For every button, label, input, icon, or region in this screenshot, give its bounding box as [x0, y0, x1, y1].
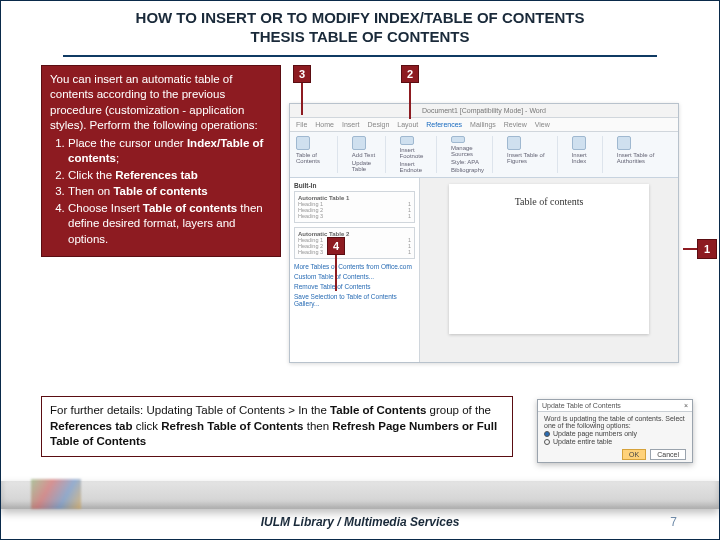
- slide-title: HOW TO INSERT OR TO MODIFY INDEX/TABLE O…: [1, 1, 719, 53]
- step-4: Choose Insert Table of contents then def…: [68, 201, 272, 248]
- toc-option-auto2[interactable]: Automatic Table 2 Heading 11 Heading 21 …: [294, 227, 415, 259]
- title-line-2: THESIS TABLE OF CONTENTS: [251, 28, 470, 45]
- tab-mailings[interactable]: Mailings: [470, 121, 496, 128]
- page-heading: Table of contents: [461, 196, 637, 207]
- toc-link-save[interactable]: Save Selection to Table of Contents Gall…: [294, 293, 415, 307]
- instructions-list: Place the cursor under Index/Table of co…: [68, 136, 272, 248]
- further-details-box: For further details: Updating Table of C…: [41, 396, 513, 457]
- tab-layout[interactable]: Layout: [397, 121, 418, 128]
- pencil-icon: [352, 136, 366, 150]
- footer-photo-mark: [31, 479, 81, 509]
- callout-2-line: [409, 83, 411, 119]
- scales-icon: [617, 136, 631, 150]
- update-toc-dialog: Update Table of Contents × Word is updat…: [537, 399, 693, 463]
- callout-4-line: [335, 255, 337, 291]
- ribbon-footnotes[interactable]: Insert FootnoteInsert Endnote: [400, 136, 437, 173]
- toc-dropdown-panel: Built-In Automatic Table 1 Heading 11 He…: [290, 178, 420, 362]
- toc-links: More Tables of Contents from Office.com …: [294, 263, 415, 307]
- tab-insert[interactable]: Insert: [342, 121, 360, 128]
- ok-button[interactable]: OK: [622, 449, 646, 460]
- radio-dot-icon: [544, 439, 550, 445]
- page-number: 7: [670, 515, 677, 529]
- footer-band: [1, 481, 719, 509]
- image-icon: [507, 136, 521, 150]
- word-titlebar: Document1 [Compatibility Mode] - Word: [290, 104, 678, 118]
- cancel-button[interactable]: Cancel: [650, 449, 686, 460]
- toc-link-remove[interactable]: Remove Table of Contents: [294, 283, 415, 290]
- document-page: Table of contents: [449, 184, 649, 334]
- toc-option-auto1[interactable]: Automatic Table 1 Heading 11 Heading 21 …: [294, 191, 415, 223]
- index-icon: [572, 136, 586, 150]
- ribbon-authorities[interactable]: Insert Table of Authorities: [617, 136, 672, 173]
- ribbon-index[interactable]: Insert Index: [572, 136, 603, 173]
- ribbon-figures[interactable]: Insert Table of Figures: [507, 136, 558, 173]
- callout-3: 3: [293, 65, 311, 83]
- toc-link-more[interactable]: More Tables of Contents from Office.com: [294, 263, 415, 270]
- dialog-title: Update Table of Contents: [542, 402, 621, 409]
- toc-icon: [296, 136, 310, 150]
- ribbon-toc[interactable]: Table of Contents: [296, 136, 338, 173]
- ribbon-addtext[interactable]: Add TextUpdate Table: [352, 136, 386, 173]
- tab-references[interactable]: References: [426, 121, 462, 128]
- tab-file[interactable]: File: [296, 121, 307, 128]
- radio-entire-table[interactable]: Update entire table: [544, 438, 686, 445]
- step-1: Place the cursor under Index/Table of co…: [68, 136, 272, 167]
- instructions-intro: You can insert an automatic table of con…: [50, 73, 258, 132]
- callout-2: 2: [401, 65, 419, 83]
- toc-panel-heading: Built-In: [294, 182, 415, 189]
- callout-1: 1: [697, 239, 717, 259]
- title-line-1: HOW TO INSERT OR TO MODIFY INDEX/TABLE O…: [136, 9, 585, 26]
- callout-4: 4: [327, 237, 345, 255]
- book-icon: [451, 136, 465, 143]
- tab-review[interactable]: Review: [504, 121, 527, 128]
- tab-view[interactable]: View: [535, 121, 550, 128]
- callout-3-line: [301, 83, 303, 115]
- tab-home[interactable]: Home: [315, 121, 334, 128]
- content-area: You can insert an automatic table of con…: [41, 65, 679, 385]
- footer-text: IULM Library / Multimedia Services: [1, 515, 719, 529]
- close-icon[interactable]: ×: [684, 402, 688, 409]
- toc-link-custom[interactable]: Custom Table of Contents...: [294, 273, 415, 280]
- word-tabs: File Home Insert Design Layout Reference…: [290, 118, 678, 132]
- title-rule: [63, 55, 657, 57]
- instructions-box: You can insert an automatic table of con…: [41, 65, 281, 258]
- step-2: Click the References tab: [68, 168, 272, 184]
- ribbon-citations[interactable]: Manage SourcesStyle: APABibliography: [451, 136, 493, 173]
- callout-1-line: [683, 248, 697, 250]
- radio-dot-icon: [544, 431, 550, 437]
- step-3: Then on Table of contents: [68, 184, 272, 200]
- document-canvas: Table of contents: [420, 178, 678, 362]
- dialog-message: Word is updating the table of contents. …: [544, 415, 686, 429]
- word-ribbon: Table of Contents Add TextUpdate Table I…: [290, 132, 678, 178]
- tab-design[interactable]: Design: [367, 121, 389, 128]
- radio-page-numbers[interactable]: Update page numbers only: [544, 430, 686, 437]
- word-screenshot: Document1 [Compatibility Mode] - Word Fi…: [289, 103, 679, 363]
- footnote-icon: [400, 136, 414, 145]
